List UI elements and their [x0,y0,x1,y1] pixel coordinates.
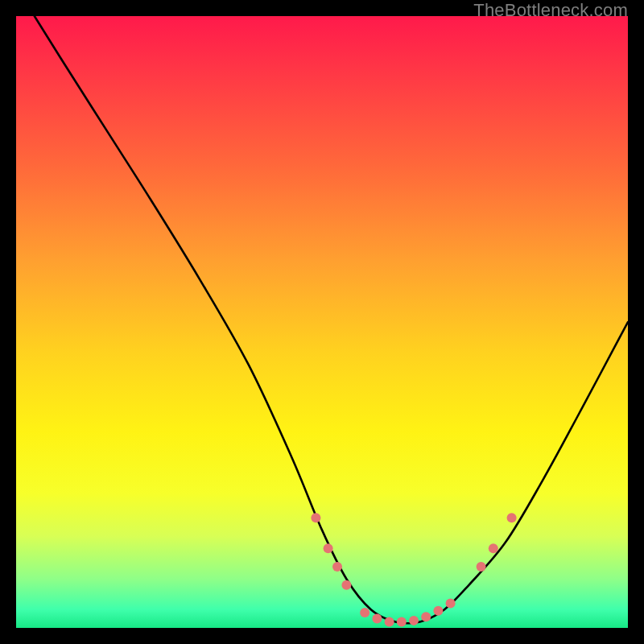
highlight-point [332,562,342,572]
highlight-point [421,612,431,621]
highlight-point [397,617,407,626]
highlight-point [446,599,456,609]
chart-svg [16,16,628,628]
highlight-point [372,614,382,624]
highlight-point [341,580,351,590]
highlight-point [311,513,320,522]
highlight-point [507,513,517,522]
chart-background [16,16,628,628]
watermark-text: TheBottleneck.com [473,0,628,21]
highlight-point [324,543,333,553]
highlight-point [385,617,394,626]
chart-frame [16,16,628,628]
highlight-point [489,543,498,553]
highlight-point [409,616,419,625]
highlight-point [477,562,486,572]
highlight-point [360,608,369,617]
highlight-point [433,606,443,616]
